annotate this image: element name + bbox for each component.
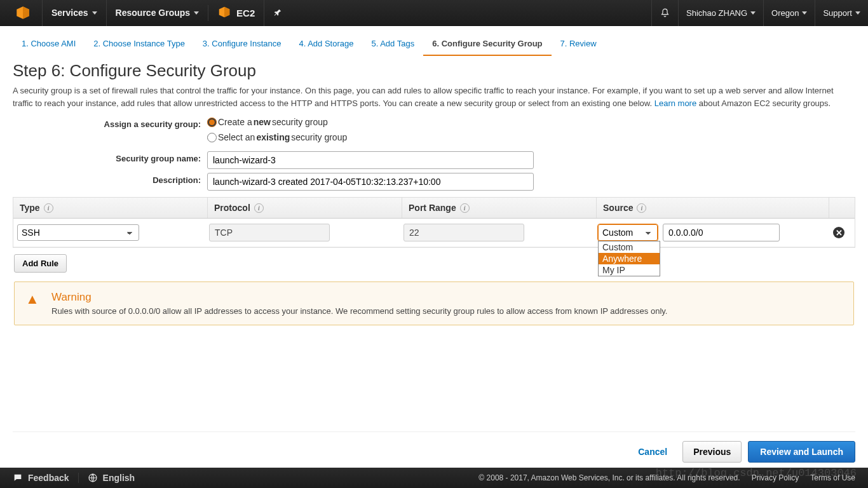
nav-notifications[interactable]: [651, 0, 678, 26]
footer: Feedback English © 2008 - 2017, Amazon W…: [0, 468, 868, 488]
main-content: Step 6: Configure Security Group A secur…: [0, 56, 868, 325]
header-type: Typei: [13, 198, 208, 218]
nav-services[interactable]: Services: [42, 0, 106, 26]
add-rule-button[interactable]: Add Rule: [14, 254, 67, 273]
nav-resource-groups[interactable]: Resource Groups: [106, 0, 208, 26]
speech-bubble-icon: [13, 473, 23, 483]
chevron-down-icon: [194, 11, 199, 15]
radio-create-new[interactable]: Create a new security group: [207, 117, 855, 127]
ec2-icon: [217, 5, 231, 21]
wizard-steps: 1. Choose AMI 2. Choose Instance Type 3.…: [13, 34, 868, 56]
warning-title: Warning: [51, 291, 667, 304]
header-protocol: Protocoli: [208, 198, 402, 218]
source-option-anywhere[interactable]: Anywhere: [599, 253, 660, 264]
warning-text: Rules with source of 0.0.0.0/0 allow all…: [51, 306, 667, 316]
nav-pin[interactable]: [264, 0, 291, 26]
header-port-text: Port Range: [409, 203, 456, 213]
cancel-button[interactable]: Cancel: [629, 442, 676, 462]
header-source: Sourcei: [597, 198, 829, 218]
rule-source-input[interactable]: [663, 224, 780, 241]
source-option-custom[interactable]: Custom: [599, 241, 660, 253]
rule-row: SSH TCP 22 Custom Custom Anywhere My IP …: [13, 219, 855, 247]
radio-select-existing-input[interactable]: [207, 133, 217, 142]
nav-region-label: Oregon: [771, 8, 799, 18]
header-remove: [829, 198, 855, 218]
step-configure-instance[interactable]: 3. Configure Instance: [194, 34, 290, 56]
chevron-down-icon: [802, 11, 807, 15]
warning-box: ▲ Warning Rules with source of 0.0.0.0/0…: [14, 281, 854, 325]
footer-language-label: English: [103, 473, 135, 483]
nav-support[interactable]: Support: [815, 0, 868, 26]
nav-ec2-label: EC2: [236, 8, 255, 18]
footer-copyright: © 2008 - 2017, Amazon Web Services, Inc.…: [478, 473, 740, 482]
radio-create-post: security group: [272, 117, 328, 127]
aws-logo-icon[interactable]: [14, 4, 32, 22]
footer-privacy-link[interactable]: Privacy Policy: [752, 473, 799, 482]
radio-select-post: security group: [291, 132, 347, 142]
header-protocol-text: Protocol: [214, 203, 250, 213]
remove-rule-icon[interactable]: ✕: [833, 227, 844, 238]
radio-select-pre: Select an: [218, 132, 255, 142]
footer-language[interactable]: English: [78, 473, 135, 483]
source-option-myip[interactable]: My IP: [599, 264, 660, 276]
chevron-down-icon: [92, 11, 97, 15]
sg-name-input[interactable]: [207, 151, 534, 169]
header-type-text: Type: [20, 203, 40, 213]
rules-table: Typei Protocoli Port Rangei Sourcei SSH …: [13, 197, 855, 248]
radio-create-bold: new: [254, 117, 271, 127]
header-source-text: Source: [603, 203, 633, 213]
rule-source-select[interactable]: Custom: [598, 224, 658, 241]
info-icon[interactable]: i: [44, 203, 53, 213]
sg-desc-input[interactable]: [207, 173, 534, 191]
bell-icon: [660, 8, 670, 18]
globe-icon: [88, 473, 98, 483]
pin-icon: [273, 8, 282, 17]
top-navigation: Services Resource Groups EC2 Shichao ZHA…: [0, 0, 868, 26]
rule-protocol-field: TCP: [209, 224, 330, 241]
radio-select-bold: existing: [256, 132, 290, 142]
radio-create-pre: Create a: [218, 117, 252, 127]
nav-services-label: Services: [51, 8, 88, 18]
rules-table-header: Typei Protocoli Port Rangei Sourcei: [13, 198, 855, 219]
chevron-down-icon: [750, 11, 756, 15]
rule-type-select[interactable]: SSH: [17, 224, 139, 241]
step-choose-ami[interactable]: 1. Choose AMI: [13, 34, 85, 56]
footer-terms-link[interactable]: Terms of Use: [810, 473, 855, 482]
step-review[interactable]: 7. Review: [552, 34, 606, 56]
sg-desc-label: Description:: [13, 173, 207, 185]
source-dropdown-menu: Custom Anywhere My IP: [598, 241, 660, 276]
header-port-range: Port Rangei: [402, 198, 597, 218]
sg-name-label: Security group name:: [13, 151, 207, 163]
page-description: A security group is a set of firewall ru…: [13, 85, 855, 109]
info-icon[interactable]: i: [637, 203, 646, 213]
chevron-down-icon: [855, 11, 860, 15]
learn-more-link[interactable]: Learn more: [654, 98, 696, 108]
nav-support-label: Support: [823, 8, 852, 18]
page-title: Step 6: Configure Security Group: [13, 61, 855, 81]
footer-feedback-label: Feedback: [28, 473, 69, 483]
footer-feedback[interactable]: Feedback: [13, 473, 78, 483]
nav-region[interactable]: Oregon: [763, 0, 815, 26]
radio-select-existing[interactable]: Select an existing security group: [207, 132, 855, 142]
info-icon[interactable]: i: [460, 203, 470, 213]
nav-user-label: Shichao ZHANG: [686, 8, 747, 18]
info-icon[interactable]: i: [254, 203, 264, 213]
rule-port-field: 22: [403, 224, 524, 241]
warning-icon: ▲: [25, 291, 40, 316]
step-choose-instance-type[interactable]: 2. Choose Instance Type: [85, 34, 194, 56]
step-add-storage[interactable]: 4. Add Storage: [290, 34, 362, 56]
previous-button[interactable]: Previous: [682, 441, 742, 463]
nav-user[interactable]: Shichao ZHANG: [678, 0, 763, 26]
page-desc-text-2: about Amazon EC2 security groups.: [696, 98, 831, 108]
nav-ec2[interactable]: EC2: [208, 5, 264, 21]
nav-resource-groups-label: Resource Groups: [116, 8, 190, 18]
step-add-tags[interactable]: 5. Add Tags: [362, 34, 423, 56]
step-configure-security-group[interactable]: 6. Configure Security Group: [423, 34, 551, 56]
bottom-action-bar: Cancel Previous Review and Launch: [13, 431, 855, 463]
review-launch-button[interactable]: Review and Launch: [748, 441, 855, 463]
assign-sg-label: Assign a security group:: [13, 117, 207, 129]
radio-create-new-input[interactable]: [207, 118, 217, 127]
